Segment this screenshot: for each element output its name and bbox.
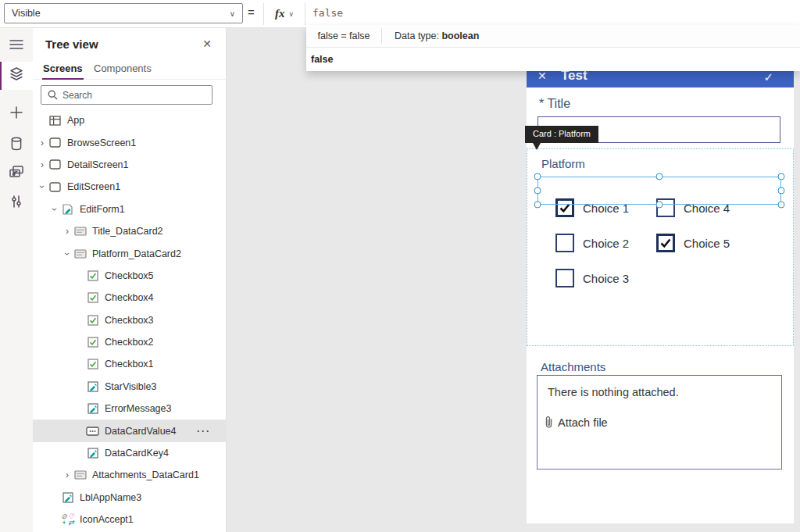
- label-icon: [86, 447, 99, 460]
- tree-row-label: App: [67, 115, 84, 126]
- left-rail: [0, 28, 33, 532]
- choice-label: Choice 2: [583, 237, 629, 250]
- search-icon: [48, 90, 58, 100]
- tree-row-label: StarVisible3: [105, 381, 156, 392]
- tree-row-lblappname3[interactable]: LblAppName3: [33, 487, 227, 509]
- chevron-right-icon[interactable]: ›: [61, 226, 73, 237]
- more-options-icon[interactable]: ···: [197, 426, 211, 437]
- tree-row-label: Checkbox3: [105, 315, 154, 326]
- resize-handle[interactable]: [778, 173, 785, 180]
- rail-item-menu[interactable]: [0, 32, 33, 60]
- tree-row-errormessage3[interactable]: ErrorMessage3: [33, 398, 227, 420]
- attachments-control[interactable]: There is nothing attached. Attach file: [537, 375, 782, 470]
- label-icon: [86, 402, 99, 416]
- tree-row-label: Checkbox5: [105, 270, 154, 281]
- tree-row-label: Attachments_DataCard1: [92, 470, 199, 480]
- attachments-empty-text: There is nothing attached.: [548, 386, 679, 398]
- chevron-right-icon[interactable]: ›: [36, 159, 48, 170]
- choice-checkbox-choice-2[interactable]: Choice 2: [555, 234, 629, 252]
- resize-handle[interactable]: [778, 202, 785, 209]
- rail-item-data[interactable]: [0, 131, 33, 159]
- property-selector[interactable]: Visible ∨: [4, 3, 243, 23]
- equals-sign: =: [248, 5, 255, 19]
- resize-handle[interactable]: [656, 173, 663, 180]
- attach-file-button[interactable]: Attach file: [545, 416, 608, 429]
- title-field-label: * Title: [539, 97, 570, 111]
- rail-item-tree-view[interactable]: [0, 62, 33, 90]
- tree-row-editform1[interactable]: ›EditForm1: [33, 198, 227, 220]
- tree-row-platform_datacard2[interactable]: ›Platform_DataCard2: [33, 242, 227, 264]
- tree-row-browsescreen1[interactable]: ›BrowseScreen1: [33, 131, 227, 153]
- property-selector-value: Visible: [12, 8, 41, 19]
- tree-row-detailscreen1[interactable]: ›DetailScreen1: [33, 154, 227, 176]
- formula-input[interactable]: false: [312, 7, 794, 19]
- tree-row-checkbox3[interactable]: Checkbox3: [33, 309, 227, 331]
- card-icon: [73, 225, 87, 238]
- search-input[interactable]: [62, 90, 188, 101]
- chevron-down-icon[interactable]: ›: [49, 203, 60, 216]
- tab-components[interactable]: Components: [94, 62, 152, 74]
- close-icon[interactable]: ✕: [202, 37, 212, 50]
- form-icon: [61, 202, 74, 216]
- screen-icon: [48, 136, 62, 149]
- tree-row-checkbox2[interactable]: Checkbox2: [33, 331, 227, 353]
- tree-row-checkbox1[interactable]: Checkbox1: [33, 353, 227, 375]
- icon-set-icon: ⊘♡+⇄: [61, 513, 74, 527]
- choice-checkbox-choice-3[interactable]: Choice 3: [555, 269, 629, 287]
- tree-row-checkbox5[interactable]: Checkbox5: [33, 265, 227, 287]
- tree-row-title_datacard2[interactable]: ›Title_DataCard2: [33, 220, 227, 242]
- card-icon: [73, 247, 87, 260]
- intellisense-signature-row: false = false Data type: boolean: [306, 25, 800, 48]
- cancel-icon[interactable]: ✕: [538, 70, 547, 82]
- checked-checkbox-icon[interactable]: [656, 234, 675, 252]
- tree-row-iconaccept1[interactable]: ⊘♡+⇄IconAccept1: [33, 509, 227, 530]
- tree-row-checkbox4[interactable]: Checkbox4: [33, 287, 227, 309]
- tree-row-datacardvalue4[interactable]: DataCardValue4···: [33, 420, 227, 441]
- chevron-down-icon[interactable]: ›: [62, 248, 73, 260]
- checkbox-icon: [86, 336, 99, 349]
- tree-row-app[interactable]: App: [33, 109, 227, 131]
- rail-item-media[interactable]: [0, 159, 33, 187]
- tree-row-editscreen1[interactable]: ›EditScreen1: [33, 176, 227, 198]
- tree-row-attachments_datacard1[interactable]: ›Attachments_DataCard1: [33, 464, 227, 486]
- title-field-label-text: Title: [547, 97, 570, 110]
- chevron-right-icon[interactable]: ›: [36, 137, 48, 148]
- tree-row-label: IconAccept1: [80, 514, 134, 525]
- screen-icon: [48, 158, 62, 171]
- suggestion-item[interactable]: false: [306, 48, 800, 71]
- platform-data-card[interactable]: Platform Choice 1Choice 2Choice 3Choice …: [527, 148, 794, 346]
- fx-icon: fx: [275, 7, 285, 20]
- data-icon: [9, 136, 24, 155]
- chevron-down-icon[interactable]: ›: [37, 180, 48, 193]
- choice-checkbox-choice-5[interactable]: Choice 5: [656, 234, 730, 252]
- resize-handle[interactable]: [656, 202, 663, 209]
- resize-handle[interactable]: [534, 173, 541, 180]
- card-icon: [73, 469, 87, 482]
- rail-item-insert[interactable]: [0, 100, 33, 128]
- rail-item-advanced-tools[interactable]: [0, 189, 33, 217]
- chevron-right-icon[interactable]: ›: [61, 470, 73, 480]
- tree-row-label: DataCardValue4: [105, 426, 177, 437]
- paperclip-icon: [545, 416, 553, 429]
- checkbox-icon: [86, 291, 99, 305]
- resize-handle[interactable]: [534, 187, 541, 195]
- chevron-down-icon: ∨: [288, 10, 294, 18]
- unchecked-checkbox-icon[interactable]: [555, 269, 574, 287]
- tree-row-label: Checkbox1: [105, 359, 154, 370]
- tree-search-box: [41, 85, 212, 105]
- screen-icon: [48, 180, 62, 194]
- data-type-value: boolean: [441, 30, 479, 41]
- tree-row-datacardkey4[interactable]: DataCardKey4: [33, 442, 227, 464]
- resize-handle[interactable]: [778, 187, 785, 195]
- unchecked-checkbox-icon[interactable]: [555, 234, 574, 252]
- insert-icon: [9, 105, 24, 123]
- fx-dropdown-button[interactable]: fx ∨: [264, 0, 305, 27]
- tree-row-label: EditScreen1: [67, 181, 120, 192]
- tab-screens[interactable]: Screens: [43, 62, 83, 74]
- tree-row-starvisible3[interactable]: StarVisible3: [33, 376, 227, 398]
- tree-row-label: Title_DataCard2: [92, 226, 163, 237]
- accept-icon[interactable]: ✓: [763, 70, 773, 84]
- label-icon: [61, 491, 74, 504]
- tree-row-label: BrowseScreen1: [67, 137, 136, 148]
- resize-handle[interactable]: [534, 202, 541, 209]
